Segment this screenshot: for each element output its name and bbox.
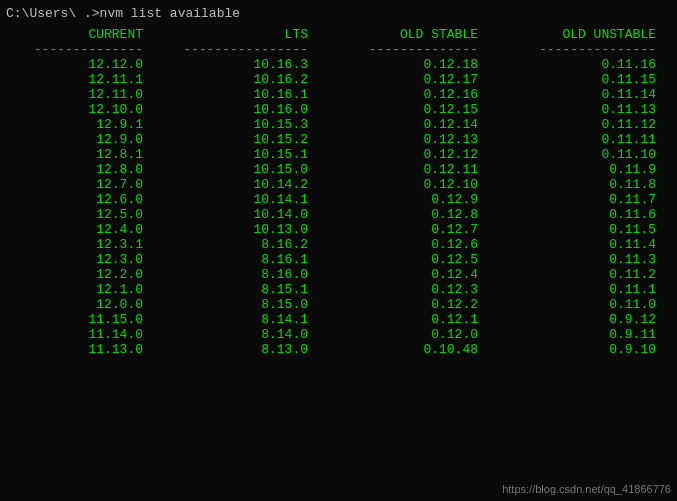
cell-old-unstable: 0.9.11 <box>496 327 656 342</box>
cell-current: 12.5.0 <box>6 207 161 222</box>
cell-old-unstable: 0.11.3 <box>496 252 656 267</box>
cell-lts: 8.14.1 <box>161 312 326 327</box>
divider-lts: ---------------- <box>161 42 326 57</box>
cell-old-unstable: 0.11.8 <box>496 177 656 192</box>
table-row: 12.1.0 8.15.1 0.12.3 0.11.1 <box>0 282 677 297</box>
cell-old-unstable: 0.11.5 <box>496 222 656 237</box>
cell-current: 12.3.1 <box>6 237 161 252</box>
divider-row: -------------- ---------------- --------… <box>0 42 677 57</box>
cell-current: 12.9.1 <box>6 117 161 132</box>
table-row: 12.11.0 10.16.1 0.12.16 0.11.14 <box>0 87 677 102</box>
table-row: 12.9.0 10.15.2 0.12.13 0.11.11 <box>0 132 677 147</box>
cell-lts: 10.15.2 <box>161 132 326 147</box>
cell-old-unstable: 0.11.15 <box>496 72 656 87</box>
divider-old-stable: -------------- <box>326 42 496 57</box>
table-row: 12.11.1 10.16.2 0.12.17 0.11.15 <box>0 72 677 87</box>
data-rows: 12.12.0 10.16.3 0.12.18 0.11.16 12.11.1 … <box>0 57 677 357</box>
cell-current: 12.4.0 <box>6 222 161 237</box>
cell-current: 12.9.0 <box>6 132 161 147</box>
cell-old-unstable: 0.11.0 <box>496 297 656 312</box>
cell-old-stable: 0.12.15 <box>326 102 496 117</box>
table-row: 11.13.0 8.13.0 0.10.48 0.9.10 <box>0 342 677 357</box>
cell-lts: 10.15.3 <box>161 117 326 132</box>
header-row: CURRENT LTS OLD STABLE OLD UNSTABLE <box>0 27 677 42</box>
table-row: 12.8.1 10.15.1 0.12.12 0.11.10 <box>0 147 677 162</box>
cell-current: 12.6.0 <box>6 192 161 207</box>
cell-old-stable: 0.12.5 <box>326 252 496 267</box>
cell-lts: 8.16.0 <box>161 267 326 282</box>
table-row: 11.15.0 8.14.1 0.12.1 0.9.12 <box>0 312 677 327</box>
cell-old-stable: 0.12.12 <box>326 147 496 162</box>
header-current: CURRENT <box>6 27 161 42</box>
cell-old-unstable: 0.11.13 <box>496 102 656 117</box>
cell-old-stable: 0.12.7 <box>326 222 496 237</box>
cell-lts: 10.16.3 <box>161 57 326 72</box>
cell-lts: 8.15.1 <box>161 282 326 297</box>
cell-lts: 10.14.1 <box>161 192 326 207</box>
header-old-unstable: OLD UNSTABLE <box>496 27 656 42</box>
cell-current: 12.12.0 <box>6 57 161 72</box>
command-line: C:\Users\ .>nvm list available <box>0 4 677 23</box>
cell-old-stable: 0.12.16 <box>326 87 496 102</box>
table-row: 12.10.0 10.16.0 0.12.15 0.11.13 <box>0 102 677 117</box>
table-row: 12.3.1 8.16.2 0.12.6 0.11.4 <box>0 237 677 252</box>
cell-old-unstable: 0.11.4 <box>496 237 656 252</box>
cell-current: 12.3.0 <box>6 252 161 267</box>
cell-old-unstable: 0.11.12 <box>496 117 656 132</box>
table-row: 12.7.0 10.14.2 0.12.10 0.11.8 <box>0 177 677 192</box>
cell-lts: 10.13.0 <box>161 222 326 237</box>
table-row: 12.6.0 10.14.1 0.12.9 0.11.7 <box>0 192 677 207</box>
cell-old-unstable: 0.11.1 <box>496 282 656 297</box>
table-row: 12.2.0 8.16.0 0.12.4 0.11.2 <box>0 267 677 282</box>
header-lts: LTS <box>161 27 326 42</box>
cell-current: 11.15.0 <box>6 312 161 327</box>
cell-old-unstable: 0.11.7 <box>496 192 656 207</box>
watermark: https://blog.csdn.net/qq_41866776 <box>502 483 671 495</box>
table-row: 12.8.0 10.15.0 0.12.11 0.11.9 <box>0 162 677 177</box>
table-row: 12.9.1 10.15.3 0.12.14 0.11.12 <box>0 117 677 132</box>
cell-lts: 10.16.0 <box>161 102 326 117</box>
terminal-container: C:\Users\ .>nvm list available CURRENT L… <box>0 0 677 501</box>
divider-current: -------------- <box>6 42 161 57</box>
cell-current: 12.11.1 <box>6 72 161 87</box>
cell-old-stable: 0.12.10 <box>326 177 496 192</box>
cell-lts: 10.16.2 <box>161 72 326 87</box>
cell-current: 12.10.0 <box>6 102 161 117</box>
cell-current: 11.13.0 <box>6 342 161 357</box>
table-row: 12.4.0 10.13.0 0.12.7 0.11.5 <box>0 222 677 237</box>
cell-old-stable: 0.12.9 <box>326 192 496 207</box>
cell-old-stable: 0.12.6 <box>326 237 496 252</box>
cell-old-stable: 0.12.2 <box>326 297 496 312</box>
cell-lts: 8.14.0 <box>161 327 326 342</box>
cell-old-stable: 0.10.48 <box>326 342 496 357</box>
table-row: 12.12.0 10.16.3 0.12.18 0.11.16 <box>0 57 677 72</box>
cell-lts: 10.15.1 <box>161 147 326 162</box>
table-row: 12.3.0 8.16.1 0.12.5 0.11.3 <box>0 252 677 267</box>
table-row: 12.5.0 10.14.0 0.12.8 0.11.6 <box>0 207 677 222</box>
cell-old-stable: 0.12.8 <box>326 207 496 222</box>
cell-old-stable: 0.12.18 <box>326 57 496 72</box>
cell-old-stable: 0.12.4 <box>326 267 496 282</box>
table-wrapper: CURRENT LTS OLD STABLE OLD UNSTABLE ----… <box>0 23 677 361</box>
table-row: 12.0.0 8.15.0 0.12.2 0.11.0 <box>0 297 677 312</box>
cell-old-unstable: 0.11.11 <box>496 132 656 147</box>
cell-lts: 10.14.2 <box>161 177 326 192</box>
cell-old-stable: 0.12.1 <box>326 312 496 327</box>
cell-old-unstable: 0.9.12 <box>496 312 656 327</box>
cell-lts: 8.15.0 <box>161 297 326 312</box>
cell-old-stable: 0.12.3 <box>326 282 496 297</box>
cell-lts: 8.16.2 <box>161 237 326 252</box>
cell-old-stable: 0.12.0 <box>326 327 496 342</box>
cell-lts: 8.16.1 <box>161 252 326 267</box>
cell-current: 12.11.0 <box>6 87 161 102</box>
cell-current: 12.1.0 <box>6 282 161 297</box>
cell-current: 11.14.0 <box>6 327 161 342</box>
cell-old-stable: 0.12.11 <box>326 162 496 177</box>
terminal: C:\Users\ .>nvm list available CURRENT L… <box>0 0 677 501</box>
cell-current: 12.7.0 <box>6 177 161 192</box>
cell-current: 12.8.0 <box>6 162 161 177</box>
cell-current: 12.0.0 <box>6 297 161 312</box>
cell-old-stable: 0.12.13 <box>326 132 496 147</box>
cell-lts: 10.16.1 <box>161 87 326 102</box>
cell-old-unstable: 0.9.10 <box>496 342 656 357</box>
